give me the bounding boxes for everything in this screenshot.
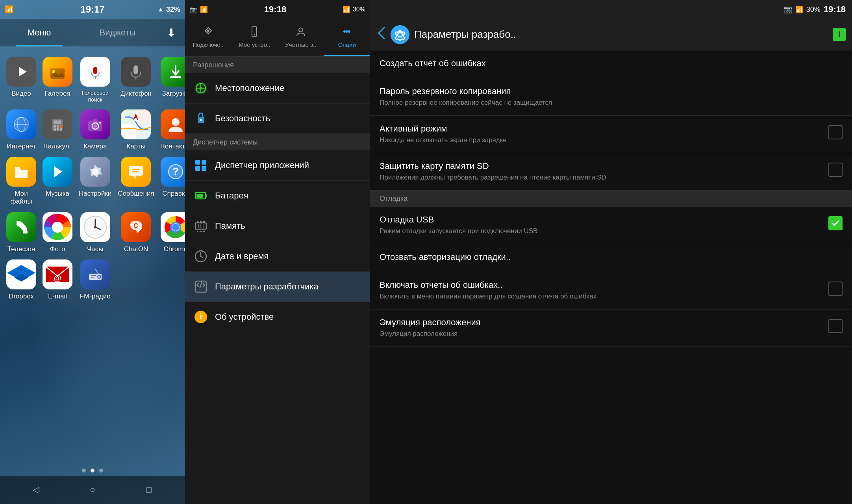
dev-item-text-backup-password: Пароль резервного копирования Полное рез…	[380, 86, 843, 107]
app-contacts[interactable]: Контакты	[161, 109, 185, 150]
app-icon-fmradio	[80, 259, 110, 289]
app-icon-myfiles	[6, 157, 36, 187]
nav-recents[interactable]: □	[139, 482, 159, 498]
settings-item-devparams[interactable]: Параметры разработчика	[185, 272, 370, 302]
settings-item-battery[interactable]: Батарея	[185, 181, 370, 211]
dev-panel-title: Параметры разрабо..	[414, 28, 516, 41]
app-calc[interactable]: Калькул.	[43, 109, 72, 150]
dev-item-title-backup-password: Пароль резервного копирования	[380, 86, 843, 96]
app-camera[interactable]: Камера	[79, 109, 111, 150]
app-phone[interactable]: Телефон	[6, 212, 36, 253]
dev-item-error-reports[interactable]: Включать отчеты об ошибках.. Включить в …	[370, 272, 852, 309]
app-icon-email: @	[43, 259, 72, 289]
status-bar-left: 📶	[5, 5, 13, 14]
screenshot-icon: 📷	[190, 6, 198, 13]
app-label-music: Музыка	[46, 190, 69, 198]
dev-content: Создать отчет об ошибках Пароль резервно…	[370, 50, 852, 504]
tab-accounts[interactable]: Учетные з..	[278, 19, 324, 56]
app-maps[interactable]: Карты	[118, 109, 154, 150]
svg-rect-5	[93, 67, 97, 74]
battery-dev: 30%	[806, 6, 821, 14]
dev-item-text-revoke-auth: Отозвать авторизацию отладки..	[380, 252, 843, 264]
svg-rect-21	[60, 128, 62, 131]
app-dropbox[interactable]: Dropbox	[6, 259, 36, 300]
dev-item-usb-debug[interactable]: Отладка USB Режим отладки запускается пр…	[370, 207, 852, 244]
appmanager-label: Диспетчер приложений	[215, 160, 309, 170]
tab-mydevice[interactable]: Мое устро..	[232, 19, 278, 56]
settings-item-memory[interactable]: Память	[185, 211, 370, 241]
svg-point-71	[348, 30, 350, 33]
app-icon-gallery	[43, 57, 72, 87]
tab-download[interactable]: ⬇	[157, 19, 185, 46]
dev-gear-icon	[391, 25, 409, 44]
app-music[interactable]: Музыка	[43, 157, 72, 206]
app-label-dropbox: Dropbox	[9, 293, 34, 300]
dev-item-text-error-reports: Включать отчеты об ошибках.. Включить в …	[380, 280, 822, 301]
tab-widgets[interactable]: Виджеты	[78, 19, 157, 46]
app-dictaphone[interactable]: Диктофон	[118, 57, 154, 103]
nav-home[interactable]: ○	[83, 482, 102, 498]
app-label-myfiles: Мои файлы	[6, 190, 36, 206]
checkbox-protect-sd[interactable]	[828, 163, 843, 177]
app-myfiles[interactable]: Мои файлы	[6, 157, 36, 206]
app-voice[interactable]: Голосовой поиск	[79, 57, 111, 103]
app-label-email: E-mail	[48, 293, 67, 300]
dev-item-sub-usb-debug: Режим отладки запускается при подключени…	[380, 226, 822, 236]
settings-item-aboutdevice[interactable]: i Об устройстве	[185, 302, 370, 332]
dev-item-location-emulation[interactable]: Эмуляция расположения Эмуляция расположе…	[370, 309, 852, 347]
page-dots	[0, 464, 185, 476]
back-button[interactable]	[376, 26, 386, 43]
dev-item-revoke-auth[interactable]: Отозвать авторизацию отладки..	[370, 244, 852, 272]
svg-rect-17	[57, 125, 59, 128]
svg-rect-79	[195, 160, 200, 165]
dev-item-create-report[interactable]: Создать отчет об ошибках	[370, 50, 852, 78]
svg-rect-19	[54, 128, 56, 131]
app-icon-settings	[80, 157, 110, 187]
app-icon-dropbox	[6, 259, 36, 289]
app-chrome[interactable]: Chrome	[161, 212, 185, 253]
app-email[interactable]: @ E-mail	[43, 259, 72, 300]
checkbox-active-mode[interactable]	[828, 125, 843, 139]
tab-connections[interactable]: Подключе..	[185, 19, 232, 56]
settings-item-datetime[interactable]: Дата и время	[185, 241, 370, 272]
dev-item-active-mode[interactable]: Активный режим Никогда не отключать экра…	[370, 116, 852, 153]
app-help[interactable]: ? Справка	[161, 157, 185, 206]
section-debug: Отладка	[370, 190, 852, 207]
checkbox-location-emulation[interactable]	[828, 319, 843, 333]
app-chaton[interactable]: C ChatON	[118, 212, 154, 253]
dev-item-protect-sd[interactable]: Защитить карту памяти SD Приложения долж…	[370, 153, 852, 191]
dev-item-backup-password[interactable]: Пароль резервного копирования Полное рез…	[370, 78, 852, 116]
svg-rect-82	[202, 166, 206, 171]
app-icon-chaton: C	[121, 212, 151, 242]
status-bar-settings: 📷 📶 19:18 📶 30%	[185, 0, 370, 19]
settings-item-location[interactable]: Местоположение	[185, 73, 370, 104]
tab-options[interactable]: Опции	[324, 19, 370, 56]
security-icon	[193, 111, 209, 126]
datetime-label: Дата и время	[215, 251, 269, 261]
signal-icon: ▲	[157, 6, 164, 13]
svg-point-66	[254, 34, 255, 35]
svg-point-64	[207, 30, 209, 32]
app-label-help: Справка	[162, 190, 185, 198]
settings-item-security[interactable]: Безопасность	[185, 104, 370, 134]
app-settings[interactable]: Настройки	[79, 157, 111, 206]
app-fmradio[interactable]: FM-радио	[79, 259, 111, 300]
app-messages[interactable]: Сообщения	[118, 157, 154, 206]
checkbox-usb-debug[interactable]	[828, 216, 843, 230]
tab-menu[interactable]: Меню	[0, 19, 78, 46]
checkbox-error-reports[interactable]	[828, 282, 843, 296]
dev-header-status: I	[833, 28, 846, 41]
app-label-gallery: Галерея	[44, 90, 70, 98]
devparams-label: Параметры разработчика	[215, 282, 319, 292]
app-download[interactable]: Загрузки	[161, 57, 185, 103]
settings-item-appmanager[interactable]: Диспетчер приложений	[185, 150, 370, 181]
tab-widgets-label: Виджеты	[100, 28, 136, 38]
app-internet[interactable]: Интернет	[6, 109, 36, 150]
svg-rect-85	[196, 194, 203, 198]
app-video[interactable]: Видео	[6, 57, 36, 103]
app-clock[interactable]: Часы	[79, 212, 111, 253]
nav-back[interactable]: ◁	[26, 482, 46, 498]
app-gallery[interactable]: Галерея	[43, 57, 72, 103]
app-photos[interactable]: Фото	[43, 212, 72, 253]
svg-rect-61	[91, 275, 96, 276]
